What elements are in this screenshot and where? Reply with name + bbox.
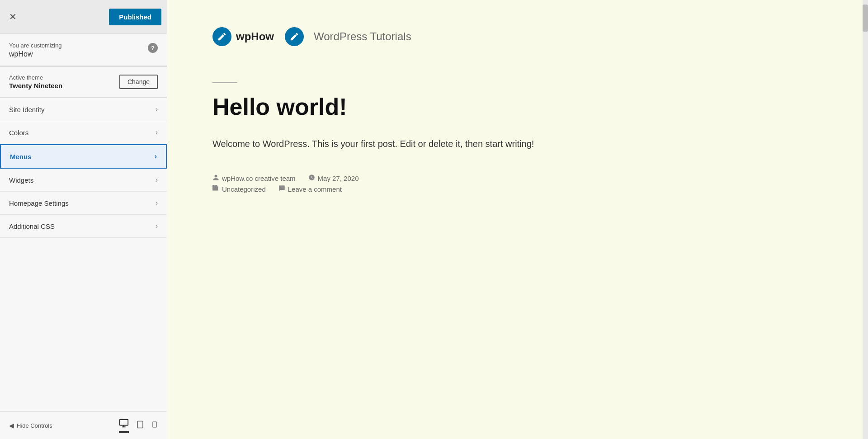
sidebar-item-colors[interactable]: Colors › [0, 121, 167, 144]
sidebar-item-label: Homepage Settings [9, 199, 69, 207]
active-theme-section: Active theme Twenty Nineteen Change [0, 67, 167, 98]
site-divider-icon [285, 27, 304, 46]
post-author: wpHow.co creative team [222, 175, 296, 182]
customizing-site-name: wpHow [9, 50, 62, 58]
change-theme-button[interactable]: Change [119, 75, 158, 89]
category-icon [212, 185, 219, 193]
preview-content: wpHow WordPress Tutorials Hello world! W… [167, 0, 574, 232]
post-meta-date: May 27, 2020 [308, 174, 359, 182]
theme-name: Twenty Nineteen [9, 82, 62, 90]
preview-scrollbar[interactable] [863, 0, 868, 439]
customizing-section: You are customizing wpHow ? [0, 34, 167, 67]
chevron-right-icon: › [155, 152, 157, 160]
tablet-icon[interactable] [136, 420, 144, 432]
post-meta-row-2: Uncategorized Leave a comment [212, 185, 538, 193]
chevron-right-icon: › [156, 222, 158, 230]
author-icon [212, 174, 219, 182]
sidebar-item-homepage-settings[interactable]: Homepage Settings › [0, 192, 167, 215]
hide-controls-button[interactable]: ◀ Hide Controls [9, 422, 52, 429]
menu-items-list: Site Identity › Colors › Menus › Widgets… [0, 98, 167, 411]
post-meta: wpHow.co creative team May 27, 2020 Unca… [212, 174, 538, 196]
sidebar-item-menus[interactable]: Menus › [0, 144, 167, 169]
site-logo-group: wpHow [212, 27, 274, 46]
customizing-label: You are customizing [9, 42, 62, 49]
post-meta-author: wpHow.co creative team [212, 174, 296, 182]
sidebar-item-label: Menus [10, 153, 32, 160]
chevron-right-icon: › [156, 128, 158, 137]
post-meta-comment: Leave a comment [278, 185, 342, 193]
chevron-right-icon: › [156, 105, 158, 113]
sidebar-item-additional-css[interactable]: Additional CSS › [0, 215, 167, 238]
post-comment-link[interactable]: Leave a comment [288, 185, 342, 193]
sidebar-item-label: Additional CSS [9, 222, 55, 230]
sidebar-item-site-identity[interactable]: Site Identity › [0, 98, 167, 121]
post-meta-row-1: wpHow.co creative team May 27, 2020 [212, 174, 538, 182]
post-date: May 27, 2020 [318, 175, 359, 182]
active-theme-label: Active theme [9, 74, 62, 81]
date-icon [308, 174, 315, 182]
site-tagline: WordPress Tutorials [314, 30, 411, 43]
post-body: Welcome to WordPress. This is your first… [212, 136, 538, 151]
post-category[interactable]: Uncategorized [222, 185, 266, 193]
preview-area: wpHow WordPress Tutorials Hello world! W… [167, 0, 868, 439]
top-bar: ✕ Published [0, 0, 167, 34]
site-name: wpHow [236, 30, 274, 43]
chevron-right-icon: › [156, 199, 158, 207]
sidebar: ✕ Published You are customizing wpHow ? … [0, 0, 167, 439]
device-icons-group [119, 418, 158, 433]
bottom-controls: ◀ Hide Controls [0, 411, 167, 439]
site-header: wpHow WordPress Tutorials [212, 27, 538, 46]
chevron-right-icon: › [156, 176, 158, 184]
desktop-icon[interactable] [119, 418, 129, 433]
sidebar-item-label: Colors [9, 129, 28, 137]
close-button[interactable]: ✕ [5, 9, 20, 24]
sidebar-item-label: Site Identity [9, 106, 44, 113]
site-logo-icon [212, 27, 231, 46]
svg-rect-0 [120, 420, 128, 425]
arrow-left-icon: ◀ [9, 422, 14, 429]
help-icon[interactable]: ? [148, 43, 158, 53]
published-button[interactable]: Published [109, 9, 161, 25]
comment-icon [278, 185, 285, 193]
scrollbar-thumb[interactable] [863, 5, 868, 32]
post-meta-category: Uncategorized [212, 185, 266, 193]
post-title: Hello world! [212, 94, 538, 120]
post-divider [212, 82, 237, 83]
sidebar-item-label: Widgets [9, 176, 33, 184]
hide-controls-label: Hide Controls [17, 422, 52, 429]
mobile-icon[interactable] [151, 420, 158, 432]
sidebar-item-widgets[interactable]: Widgets › [0, 169, 167, 192]
